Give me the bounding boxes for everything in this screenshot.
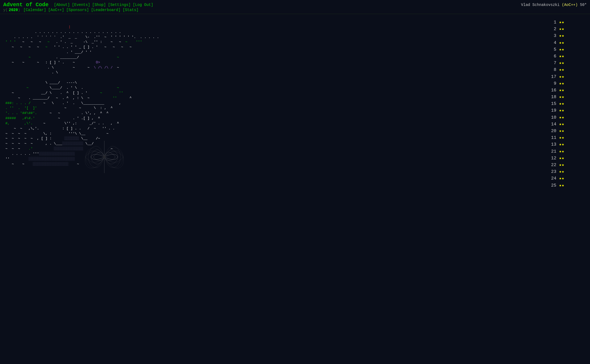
calendar-day-row[interactable]: 10★★ <box>547 115 585 121</box>
calendar-day-number: 14 <box>547 121 556 128</box>
calendar-day-number: 16 <box>547 87 556 94</box>
year-suffix: ) <box>18 8 20 12</box>
calendar-day-number: 23 <box>547 169 556 175</box>
nav-bottom-row: y(2020) [Calendar] [AoC++] [Sponsors] [L… <box>3 8 587 12</box>
calendar-day-row[interactable]: 19★★ <box>547 108 585 114</box>
calendar-day-number: 8 <box>547 67 556 73</box>
calendar-day-number: 2 <box>547 26 556 32</box>
ascii-art-area: | . . . . . . . . . . . . . . . . . . . … <box>0 17 541 195</box>
calendar-day-row[interactable]: 13★★ <box>547 142 585 148</box>
calendar-day-row[interactable]: 14★★ <box>547 121 585 128</box>
calendar-day-stars: ★★ <box>559 101 564 107</box>
calendar-day-number: 21 <box>547 149 556 155</box>
nav-aocpp[interactable]: [AoC++] <box>48 8 64 12</box>
user-stars: 50* <box>580 3 587 7</box>
year-value[interactable]: 2020 <box>9 8 18 12</box>
calendar-day-number: 9 <box>547 81 556 87</box>
nav-top-row: Advent of Code [About] [Events] [Shop] [… <box>3 2 587 8</box>
calendar-day-row[interactable]: 4★★ <box>547 40 585 46</box>
calendar-day-stars: ★★ <box>559 135 564 141</box>
calendar-day-stars: ★★ <box>559 115 564 121</box>
nav-sponsors[interactable]: [Sponsors] <box>66 8 89 12</box>
calendar-day-number: 18 <box>547 94 556 100</box>
calendar-day-stars: ★★ <box>559 169 564 175</box>
calendar-day-stars: ★★ <box>559 128 564 134</box>
calendar-day-stars: ★★ <box>559 33 564 39</box>
nav-leaderboard[interactable]: [Leaderboard] <box>91 8 121 12</box>
site-title[interactable]: Advent of Code <box>3 2 49 8</box>
calendar-day-stars: ★★ <box>559 74 564 80</box>
calendar-day-number: 3 <box>547 33 556 39</box>
nav-events[interactable]: [Events] <box>72 3 90 7</box>
calendar-day-number: 13 <box>547 142 556 148</box>
calendar-day-stars: ★★ <box>559 19 564 26</box>
calendar-day-number: 24 <box>547 176 556 182</box>
nav-logout[interactable]: [Log Out] <box>133 3 153 7</box>
aoc-badge: (AoC++) <box>562 3 580 7</box>
calendar-day-stars: ★★ <box>559 121 564 128</box>
nav-shop[interactable]: [Shop] <box>92 3 106 7</box>
calendar-day-number: 17 <box>547 74 556 80</box>
calendar-day-row[interactable]: 1★★ <box>547 19 585 26</box>
calendar-day-stars: ★★ <box>559 155 564 162</box>
calendar-day-stars: ★★ <box>559 60 564 66</box>
calendar-day-number: 10 <box>547 115 556 121</box>
year-prefix: y( <box>3 8 8 12</box>
calendar-day-number: 15 <box>547 101 556 107</box>
calendar-day-stars: ★★ <box>559 142 564 148</box>
username: Vlad Schnakovszki <box>521 3 560 7</box>
calendar-day-row[interactable]: 6★★ <box>547 53 585 60</box>
calendar-day-row[interactable]: 17★★ <box>547 74 585 80</box>
calendar-day-stars: ★★ <box>559 47 564 53</box>
calendar-day-row[interactable]: 15★★ <box>547 101 585 107</box>
calendar-day-stars: ★★ <box>559 26 564 32</box>
calendar-day-row[interactable]: 3★★ <box>547 33 585 39</box>
calendar-day-stars: ★★ <box>559 108 564 114</box>
nav-settings[interactable]: [Settings] <box>108 3 131 7</box>
calendar-day-row[interactable]: 21★★ <box>547 149 585 155</box>
nav-stats[interactable]: [Stats] <box>123 8 139 12</box>
calendar-day-stars: ★★ <box>559 53 564 60</box>
navigation: Advent of Code [About] [Events] [Shop] [… <box>0 0 590 14</box>
calendar-day-stars: ★★ <box>559 40 564 46</box>
ascii-art: | . . . . . . . . . . . . . . . . . . . … <box>5 25 536 167</box>
calendar-day-number: 6 <box>547 53 556 60</box>
calendar-day-row[interactable]: 24★★ <box>547 176 585 182</box>
calendar-day-row[interactable]: 16★★ <box>547 87 585 94</box>
nav-about[interactable]: [About] <box>54 3 70 7</box>
calendar-day-row[interactable]: 11★★ <box>547 135 585 141</box>
user-info: Vlad Schnakovszki (AoC++) 50* <box>521 3 587 7</box>
calendar-day-number: 1 <box>547 19 556 26</box>
calendar-day-stars: ★★ <box>559 67 564 73</box>
calendar-day-row[interactable]: 23★★ <box>547 169 585 175</box>
calendar-day-number: 5 <box>547 47 556 53</box>
calendar-day-number: 7 <box>547 60 556 66</box>
calendar-day-row[interactable]: 9★★ <box>547 81 585 87</box>
calendar-day-row[interactable]: 18★★ <box>547 94 585 100</box>
nav-calendar[interactable]: [Calendar] <box>23 8 46 12</box>
calendar-day-number: 25 <box>547 183 556 189</box>
calendar-day-number: 11 <box>547 135 556 141</box>
calendar-day-row[interactable]: 12★★ <box>547 155 585 162</box>
calendar-day-stars: ★★ <box>559 81 564 87</box>
calendar-sidebar: 1★★2★★3★★4★★5★★6★★7★★8★★17★★9★★16★★18★★1… <box>541 17 590 195</box>
calendar-day-row[interactable]: 8★★ <box>547 67 585 73</box>
main-content: | . . . . . . . . . . . . . . . . . . . … <box>0 14 590 198</box>
calendar-day-number: 22 <box>547 162 556 168</box>
calendar-day-number: 4 <box>547 40 556 46</box>
calendar-day-row[interactable]: 20★★ <box>547 128 585 134</box>
calendar-day-stars: ★★ <box>559 87 564 94</box>
calendar-day-stars: ★★ <box>559 176 564 182</box>
calendar-day-number: 19 <box>547 108 556 114</box>
calendar-day-number: 12 <box>547 155 556 162</box>
calendar-day-row[interactable]: 2★★ <box>547 26 585 32</box>
calendar-day-row[interactable]: 22★★ <box>547 162 585 168</box>
calendar-day-stars: ★★ <box>559 162 564 168</box>
calendar-day-stars: ★★ <box>559 94 564 100</box>
calendar-day-row[interactable]: 25★★ <box>547 183 585 189</box>
calendar-day-number: 20 <box>547 128 556 134</box>
calendar-day-stars: ★★ <box>559 183 564 189</box>
calendar-day-row[interactable]: 7★★ <box>547 60 585 66</box>
calendar-day-stars: ★★ <box>559 149 564 155</box>
calendar-day-row[interactable]: 5★★ <box>547 47 585 53</box>
